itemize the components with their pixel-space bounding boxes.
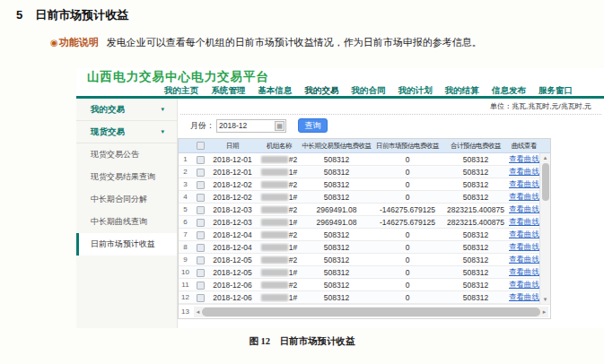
row-checkbox-cell <box>192 179 208 188</box>
cell-date: 2018-12-06 <box>208 281 257 290</box>
row-number: 4 <box>179 193 192 201</box>
row-checkbox-cell <box>192 217 208 226</box>
figure-caption-text: 图 12 日前市场预计收益 <box>249 336 355 346</box>
col-header-dayahead-revenue: 日前市场预估电费收益 <box>372 142 443 151</box>
chevron-down-icon: ▾ <box>161 128 164 135</box>
table-row: 6 2018-12-03 1# 2969491.08 -146275.67912… <box>179 216 550 229</box>
sidebar-item-label: 日前市场预计收益 <box>91 238 155 250</box>
sidebar-items: 现货交易公告 现货交易结果查询 中长期合同分解 中长期曲线查询 <box>76 143 177 256</box>
row-number: 5 <box>179 205 192 213</box>
horizontal-scrollbar[interactable]: ◂ ▸ <box>194 307 548 317</box>
unit-suffix: 1# <box>289 268 297 277</box>
redacted-unit-name <box>261 194 288 201</box>
col-header-longterm-revenue: 中长期交易预估电费收益 <box>302 142 372 151</box>
cell-unit-name: 1# <box>257 268 302 277</box>
row-checkbox[interactable] <box>197 294 205 302</box>
sidebar-item[interactable]: 现货交易公告 <box>76 143 177 166</box>
row-checkbox[interactable] <box>197 194 205 202</box>
unit-suffix: 1# <box>289 193 297 202</box>
scroll-left-icon[interactable]: ◂ <box>194 308 202 316</box>
cell-unit-name: #2 <box>257 205 302 214</box>
row-checkbox[interactable] <box>197 206 205 214</box>
search-button[interactable]: 查询 <box>298 118 328 133</box>
cell-dayahead-revenue: 0 <box>372 281 443 290</box>
filter-bar: 月份： ▦ 查询 <box>190 118 328 133</box>
cell-dayahead-revenue: 0 <box>372 256 443 264</box>
cell-longterm-revenue: 508312 <box>302 155 372 164</box>
table-row: 7 2018-12-04 #2 508312 0 508312 查看曲线 <box>179 229 550 241</box>
cell-date: 2018-12-05 <box>208 268 257 277</box>
redacted-unit-name <box>261 219 288 226</box>
sidebar-item[interactable]: 日前市场预计收益 <box>76 233 177 256</box>
view-curve-link[interactable]: 查看曲线 <box>509 230 539 238</box>
row-checkbox[interactable] <box>197 156 205 164</box>
horizontal-scroll-thumb[interactable] <box>202 308 540 316</box>
cell-longterm-revenue: 508312 <box>302 193 372 202</box>
partial-row: 13 ◂ ▸ <box>179 304 550 318</box>
view-curve-link[interactable]: 查看曲线 <box>509 192 539 201</box>
redacted-unit-name <box>261 294 288 301</box>
view-curve-link[interactable]: 查看曲线 <box>509 217 539 226</box>
view-curve-link[interactable]: 查看曲线 <box>509 179 539 188</box>
cell-dayahead-revenue: 0 <box>372 230 443 239</box>
row-checkbox[interactable] <box>197 219 205 227</box>
row-checkbox[interactable] <box>197 269 205 277</box>
cell-curve: 查看曲线 <box>508 204 540 215</box>
cell-longterm-revenue: 508312 <box>302 243 372 252</box>
redacted-unit-name <box>261 269 288 276</box>
cell-longterm-revenue: 508312 <box>302 168 372 177</box>
cell-longterm-revenue: 508312 <box>302 180 372 189</box>
month-input[interactable]: ▦ <box>216 119 286 133</box>
row-checkbox[interactable] <box>197 181 205 189</box>
row-checkbox[interactable] <box>197 231 205 239</box>
table-row: 1 2018-12-01 #2 508312 0 508312 查看曲线 <box>179 153 550 166</box>
view-curve-link[interactable]: 查看曲线 <box>509 242 539 251</box>
cell-date: 2018-12-03 <box>208 218 257 227</box>
sidebar-item[interactable]: 中长期曲线查询 <box>76 211 177 233</box>
units-note: 单位：兆瓦,兆瓦时,元/兆瓦时,元 <box>490 101 591 111</box>
col-header-total-revenue: 合计预估电费收益 <box>443 142 508 151</box>
main-panel: 单位：兆瓦,兆瓦时,元/兆瓦时,元 月份： ▦ 查询 日期 机组名称 <box>178 99 604 328</box>
unit-suffix: #2 <box>289 281 297 290</box>
scroll-up-icon[interactable]: ▴ <box>544 153 547 162</box>
view-curve-link[interactable]: 查看曲线 <box>509 280 539 289</box>
row-checkbox[interactable] <box>197 256 205 264</box>
cell-dayahead-revenue: -146275.679125 <box>372 205 443 214</box>
view-curve-link[interactable]: 查看曲线 <box>509 154 539 163</box>
calendar-icon[interactable]: ▦ <box>275 121 284 131</box>
col-header-date: 日期 <box>208 142 257 151</box>
view-curve-link[interactable]: 查看曲线 <box>509 167 539 176</box>
row-checkbox-cell <box>192 267 208 276</box>
cell-total-revenue: 508312 <box>443 243 508 252</box>
scroll-right-icon[interactable]: ▸ <box>540 308 548 316</box>
row-number: 12 <box>179 293 192 301</box>
view-curve-link[interactable]: 查看曲线 <box>509 255 539 264</box>
vertical-scrollbar[interactable]: ▴ ▾ <box>539 153 550 304</box>
cell-dayahead-revenue: 0 <box>372 193 443 202</box>
sidebar-groups: 我的交易 ▾ 现货交易 ▾ <box>76 99 177 143</box>
sidebar-group[interactable]: 现货交易 ▾ <box>76 121 177 143</box>
cell-curve: 查看曲线 <box>508 154 540 165</box>
sidebar-item[interactable]: 现货交易结果查询 <box>76 166 177 188</box>
select-all-checkbox[interactable] <box>197 142 205 150</box>
sidebar-item[interactable]: 中长期合同分解 <box>76 188 177 211</box>
cell-unit-name: 1# <box>257 293 302 302</box>
view-curve-link[interactable]: 查看曲线 <box>509 267 539 276</box>
row-checkbox[interactable] <box>197 169 205 177</box>
unit-suffix: 1# <box>289 218 297 227</box>
cell-total-revenue: 508312 <box>443 281 508 290</box>
scroll-down-icon[interactable]: ▾ <box>544 295 547 304</box>
vertical-scroll-thumb[interactable] <box>542 163 549 201</box>
feature-text: 发电企业可以查看每个机组的日前市场预计收益情况，作为日前市场申报的参考信息。 <box>107 37 482 48</box>
redacted-unit-name <box>261 244 288 251</box>
month-value[interactable] <box>219 121 271 130</box>
cell-unit-name: 1# <box>257 218 302 227</box>
view-curve-link[interactable]: 查看曲线 <box>509 204 539 213</box>
row-checkbox[interactable] <box>197 282 205 290</box>
cell-unit-name: #2 <box>257 230 302 239</box>
sidebar-group[interactable]: 我的交易 ▾ <box>76 99 177 121</box>
sidebar-item-label: 现货交易结果查询 <box>91 171 155 183</box>
view-curve-link[interactable]: 查看曲线 <box>509 292 539 301</box>
unit-suffix: 1# <box>289 243 297 252</box>
row-checkbox[interactable] <box>197 244 205 252</box>
